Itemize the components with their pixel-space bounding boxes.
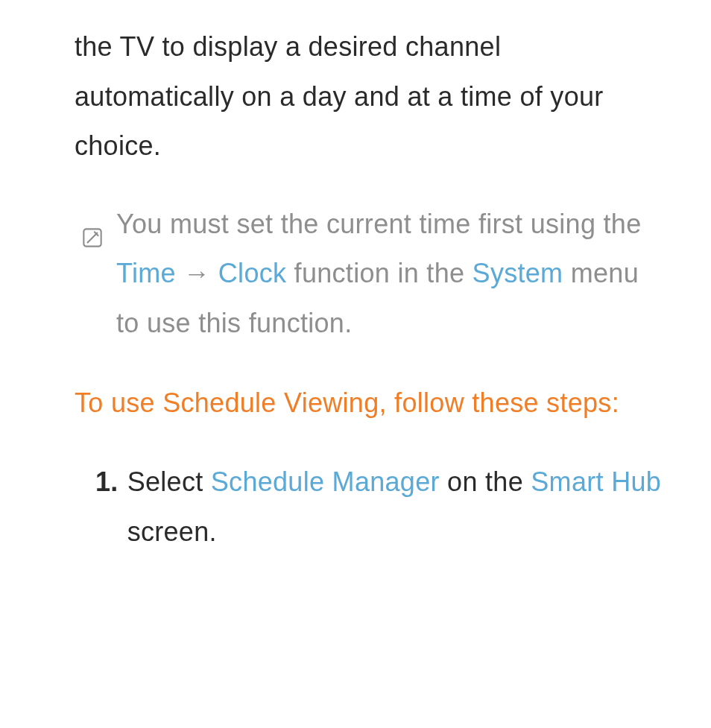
intro-paragraph: the TV to display a desired channel auto… [75, 22, 666, 171]
step-text: Select Schedule Manager on the Smart Hub… [127, 458, 666, 557]
smart-hub-link: Smart Hub [531, 466, 661, 497]
note-part1: You must set the current time first usin… [116, 209, 642, 239]
clock-link: Clock [218, 258, 287, 288]
note-icon [82, 215, 103, 349]
time-link: Time [116, 258, 176, 288]
step1-part2: on the [440, 466, 531, 497]
note-part2: function in the [286, 258, 472, 288]
note-text: You must set the current time first usin… [116, 200, 666, 349]
arrow-separator: → [176, 258, 218, 288]
note-block: You must set the current time first usin… [75, 200, 666, 349]
step-number: 1. [95, 458, 118, 557]
step1-part3: screen. [127, 516, 217, 547]
step1-part1: Select [127, 466, 211, 497]
step-1: 1. Select Schedule Manager on the Smart … [75, 458, 666, 557]
system-link: System [473, 258, 563, 288]
schedule-manager-link: Schedule Manager [211, 466, 440, 497]
section-heading: To use Schedule Viewing, follow these st… [75, 379, 666, 428]
